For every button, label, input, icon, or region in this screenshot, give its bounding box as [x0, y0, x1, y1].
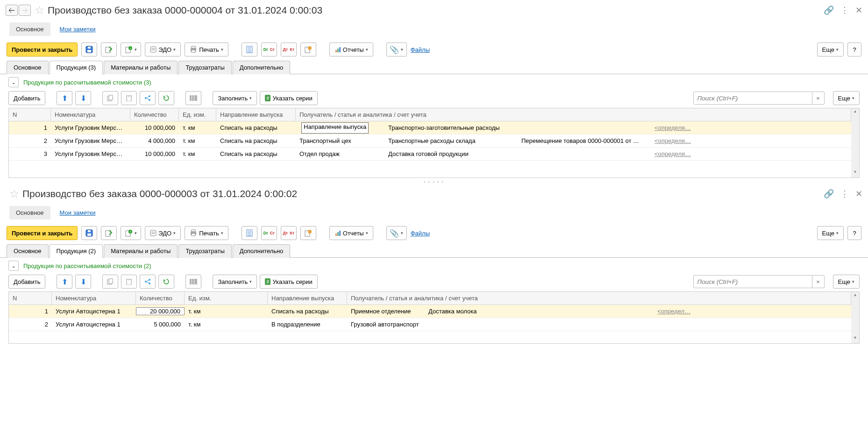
post-and-close-button[interactable]: Провести и закрыть — [7, 226, 78, 240]
tab-products[interactable]: Продукция (2) — [50, 244, 103, 258]
grid-row[interactable]: 3 Услуги Грузовик Мерс… 10 000,000 т. км… — [9, 148, 851, 161]
reports-button[interactable]: Отчеты▾ — [329, 42, 373, 57]
col-unit[interactable]: Ед. изм. — [185, 292, 268, 304]
forward-button[interactable]: 🡢 — [19, 5, 31, 16]
move-down-button[interactable]: ⬇ — [75, 91, 91, 105]
nav-link-notes[interactable]: Мои заметки — [60, 22, 96, 36]
post-button[interactable] — [101, 226, 117, 240]
tab-labor[interactable]: Трудозатраты — [178, 244, 231, 258]
additional-button[interactable] — [300, 226, 316, 240]
doc-structure-button[interactable] — [242, 42, 257, 57]
grid-row[interactable]: 1 Услуги Грузовик Мерс… 10 000,000 т. км… — [9, 121, 851, 135]
add-row-button[interactable]: Добавить — [8, 91, 45, 105]
col-rcv[interactable]: Получатель / статья и аналитика / счет у… — [296, 108, 851, 121]
nav-link-notes[interactable]: Мои заметки — [60, 206, 96, 220]
help-button[interactable]: ? — [847, 226, 861, 240]
kebab-menu-icon[interactable]: ⋮ — [840, 189, 849, 199]
edo-button[interactable]: ЭДО▾ — [145, 226, 181, 240]
fill-button[interactable]: Заполнить▾ — [213, 91, 257, 105]
series-button[interactable]: #Указать серии — [260, 91, 318, 105]
tab-labor[interactable]: Трудозатраты — [178, 61, 231, 74]
col-qty[interactable]: Количество — [130, 108, 179, 121]
share-button[interactable] — [140, 275, 156, 289]
col-n[interactable]: N — [9, 108, 51, 121]
dtkt2-button[interactable]: ДтКт — [281, 226, 297, 240]
grid-search-input[interactable] — [693, 92, 812, 105]
grid-row[interactable]: 1 Услуги Автоцистерна 1 20 000,000 т. км… — [9, 305, 851, 318]
grid-search-input[interactable] — [693, 275, 812, 288]
col-n[interactable]: N — [9, 292, 52, 304]
col-dir[interactable]: Направление выпуска — [216, 108, 296, 121]
link-icon[interactable]: 🔗 — [824, 5, 834, 15]
print-button[interactable]: Печать▾ — [185, 226, 228, 240]
vertical-scrollbar[interactable]: ▴▾ — [851, 292, 859, 343]
col-nom[interactable]: Номенклатура — [52, 292, 136, 304]
tab-additional[interactable]: Дополнительно — [233, 244, 291, 258]
save-button[interactable] — [81, 42, 97, 57]
create-from-button[interactable]: +▾ — [121, 42, 141, 57]
move-up-button[interactable]: ⬆ — [57, 91, 72, 105]
paste-button[interactable] — [121, 275, 137, 289]
favorite-star-icon[interactable]: ☆ — [9, 187, 20, 200]
col-rcv[interactable]: Получатель / статья и аналитика / счет у… — [347, 292, 851, 304]
dtkt2-button[interactable]: ДтКт — [281, 42, 297, 57]
close-icon[interactable]: ✕ — [855, 5, 862, 15]
share-button[interactable] — [140, 91, 156, 105]
barcode-button[interactable] — [185, 275, 201, 289]
more-button[interactable]: Еще▾ — [817, 226, 844, 240]
paste-button[interactable] — [121, 91, 137, 105]
nav-tab-main[interactable]: Основное — [9, 22, 50, 36]
edo-button[interactable]: ЭДО▾ — [145, 42, 181, 57]
grid-more-button[interactable]: Еще▾ — [833, 275, 860, 289]
clear-search-button[interactable]: × — [812, 275, 825, 288]
grid-row[interactable]: 2 Услуги Автоцистерна 1 5 000,000 т. км … — [9, 318, 851, 331]
help-button[interactable]: ? — [847, 42, 861, 57]
col-dir[interactable]: Направление выпуска — [268, 292, 347, 304]
tab-products[interactable]: Продукция (3) — [50, 61, 103, 74]
kebab-menu-icon[interactable]: ⋮ — [840, 5, 849, 15]
series-button[interactable]: #Указать серии — [260, 275, 318, 289]
post-button[interactable] — [101, 42, 117, 57]
create-from-button[interactable]: +▾ — [121, 226, 141, 240]
tab-materials[interactable]: Материалы и работы — [104, 61, 178, 74]
nav-tab-main[interactable]: Основное — [9, 206, 50, 220]
reports-button[interactable]: Отчеты▾ — [329, 226, 373, 240]
move-up-button[interactable]: ⬆ — [57, 275, 72, 289]
attach-button[interactable]: 📎▾ — [386, 42, 407, 57]
barcode-button[interactable] — [185, 91, 201, 105]
print-button[interactable]: Печать▾ — [185, 42, 228, 57]
tab-materials[interactable]: Материалы и работы — [104, 244, 178, 258]
files-link[interactable]: Файлы — [411, 46, 430, 53]
collapse-toggle[interactable]: ⌄ — [8, 261, 19, 271]
close-icon[interactable]: ✕ — [855, 189, 862, 199]
tab-main[interactable]: Основное — [7, 244, 49, 258]
clear-search-button[interactable]: × — [812, 92, 825, 105]
grid-row[interactable]: 2 Услуги Грузовик Мерс… 4 000,000 т. км … — [9, 135, 851, 148]
col-qty[interactable]: Количество — [136, 292, 185, 304]
fill-button[interactable]: Заполнить▾ — [213, 275, 257, 289]
col-unit[interactable]: Ед. изм. — [179, 108, 216, 121]
collapse-toggle[interactable]: ⌄ — [8, 77, 19, 87]
save-button[interactable] — [81, 226, 97, 240]
dtkt-button[interactable]: DrCr — [261, 42, 277, 57]
copy-button[interactable] — [102, 91, 118, 105]
files-link[interactable]: Файлы — [411, 230, 430, 237]
doc-structure-button[interactable] — [242, 226, 257, 240]
add-row-button[interactable]: Добавить — [8, 275, 45, 289]
refresh-button[interactable] — [158, 275, 174, 289]
link-icon[interactable]: 🔗 — [824, 189, 834, 199]
grid-more-button[interactable]: Еще▾ — [833, 91, 860, 105]
col-nom[interactable]: Номенклатура — [51, 108, 130, 121]
attach-button[interactable]: 📎▾ — [386, 226, 407, 240]
more-button[interactable]: Еще▾ — [817, 42, 844, 57]
move-down-button[interactable]: ⬇ — [75, 275, 91, 289]
back-button[interactable]: 🡠 — [6, 5, 18, 16]
refresh-button[interactable] — [158, 91, 174, 105]
copy-button[interactable] — [102, 275, 118, 289]
tab-main[interactable]: Основное — [7, 61, 49, 74]
vertical-scrollbar[interactable]: ▴▾ — [851, 108, 859, 177]
additional-button[interactable] — [300, 42, 316, 57]
post-and-close-button[interactable]: Провести и закрыть — [7, 42, 78, 57]
tab-additional[interactable]: Дополнительно — [233, 61, 291, 74]
favorite-star-icon[interactable]: ☆ — [35, 4, 45, 17]
